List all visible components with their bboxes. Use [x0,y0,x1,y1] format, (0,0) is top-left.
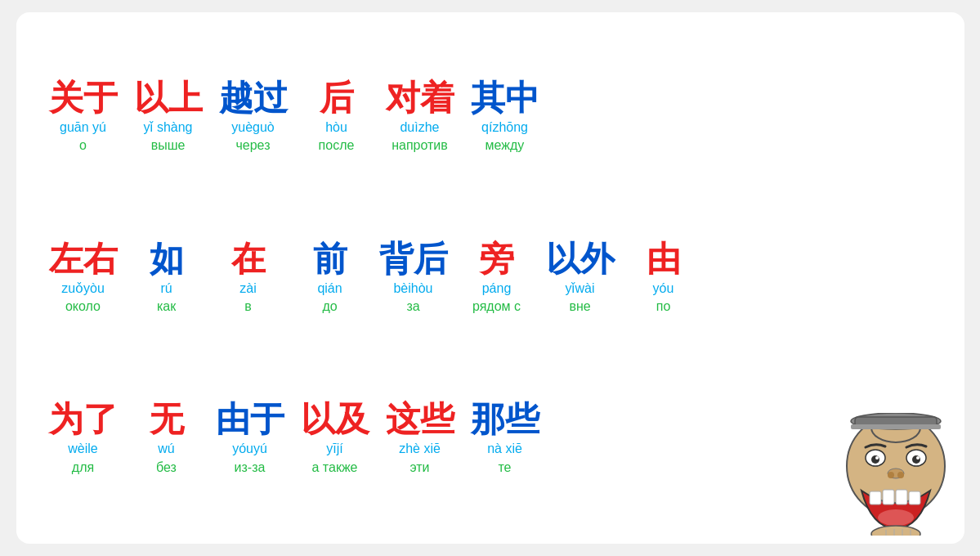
row-0: 关于guān yúо以上yǐ shàngвыше越过yuèguòчерез后hò… [41,76,940,159]
chinese-character: 对着 [386,79,454,117]
svg-rect-17 [909,491,920,504]
pinyin-text: wèile [68,440,97,458]
word-block: 这些zhè xiēэти [378,397,463,480]
word-block: 前qiánдо [289,237,371,320]
chinese-character: 无 [150,401,184,438]
word-block: 由于yóuyúиз-за [208,397,293,480]
word-block: 为了wèileдля [41,397,126,480]
pinyin-text: zhè xiē [399,440,441,458]
russian-text: напротив [392,137,448,155]
pinyin-text: zài [239,280,256,298]
chinese-character: 由 [647,240,681,278]
word-block: 左右zuǒyòuоколо [41,237,126,320]
russian-text: как [157,298,176,316]
chinese-character: 在 [231,240,266,278]
svg-rect-4 [851,424,941,429]
troll-face [839,413,953,536]
svg-point-13 [897,472,904,478]
russian-text: после [319,137,355,155]
chinese-character: 其中 [471,79,539,117]
word-block: 关于guān yúо [41,76,126,159]
pinyin-text: yǐ shàng [143,119,192,137]
pinyin-text: nà xiē [487,440,522,458]
russian-text: а также [312,459,358,477]
chinese-character: 越过 [219,79,288,117]
word-block: 在zàiв [208,237,289,320]
chinese-character: 旁 [480,240,514,278]
svg-point-19 [871,526,920,536]
svg-rect-14 [870,491,881,504]
pinyin-text: páng [482,280,512,298]
russian-text: те [498,459,511,477]
russian-text: за [406,298,419,316]
chinese-character: 那些 [471,401,539,438]
russian-text: для [72,459,94,477]
russian-text: до [322,298,337,316]
row-2: 为了wèileдля无wúбез由于yóuyúиз-за以及yījíа такж… [41,397,940,480]
svg-point-18 [878,509,914,526]
russian-text: по [656,298,671,316]
word-block: 旁pángрядом с [456,237,538,320]
pinyin-text: yuèguò [231,119,275,137]
word-block: 由yóuпо [623,237,705,320]
pinyin-text: hòu [325,119,347,137]
main-card: 关于guān yúо以上yǐ shàngвыше越过yuèguòчерез后hò… [16,12,964,544]
pinyin-text: yóuyú [232,440,267,458]
svg-point-7 [871,455,879,464]
russian-text: рядом с [472,298,521,316]
russian-text: в [244,298,252,316]
russian-text: около [65,298,101,316]
svg-point-9 [875,456,879,460]
svg-point-10 [916,456,920,460]
svg-rect-15 [883,490,894,504]
svg-point-12 [888,472,894,478]
word-block: 以外yǐwàiвне [538,237,623,320]
russian-text: через [235,137,270,155]
chinese-character: 为了 [49,401,118,438]
word-block: 其中qízhōngмежду [463,76,548,159]
pinyin-text: zuǒyòu [61,280,105,298]
chinese-character: 如 [150,240,184,278]
word-block: 以上yǐ shàngвыше [126,76,211,159]
russian-text: вне [569,298,590,316]
chinese-character: 前 [313,240,347,278]
word-block: 后hòuпосле [296,76,378,159]
russian-text: выше [151,137,186,155]
word-block: 对着duìzheнапротив [378,76,463,159]
pinyin-text: rú [160,280,172,298]
pinyin-text: yǐwài [565,280,594,298]
chinese-character: 以外 [546,240,615,278]
word-block: 越过yuèguòчерез [211,76,296,159]
chinese-character: 这些 [386,401,454,438]
word-block: 以及yījíа также [293,397,378,480]
russian-text: из-за [235,459,266,477]
chinese-character: 以及 [301,401,369,438]
svg-point-8 [912,455,920,464]
pinyin-text: duìzhe [400,119,439,137]
chinese-character: 以上 [134,79,203,117]
pinyin-text: yóu [653,280,674,298]
word-block: 如rúкак [126,237,208,320]
word-block: 背后bèihòuза [371,237,456,320]
chinese-character: 后 [320,79,354,117]
chinese-character: 关于 [49,79,118,117]
russian-text: о [79,137,87,155]
chinese-character: 由于 [216,401,284,438]
svg-rect-16 [896,490,907,504]
russian-text: между [486,137,525,155]
russian-text: без [156,459,177,477]
pinyin-text: guān yú [60,119,106,137]
row-1: 左右zuǒyòuоколо如rúкак在zàiв前qiánдо背后bèihòuз… [41,237,940,320]
russian-text: эти [409,459,429,477]
word-block: 无wúбез [126,397,208,480]
pinyin-text: qián [317,280,342,298]
pinyin-text: wú [158,440,174,458]
pinyin-text: bèihòu [393,280,432,298]
chinese-character: 左右 [49,240,118,278]
pinyin-text: qízhōng [481,119,528,137]
word-block: 那些nà xiēте [463,397,548,480]
pinyin-text: yījí [326,440,342,458]
chinese-character: 背后 [379,240,448,278]
